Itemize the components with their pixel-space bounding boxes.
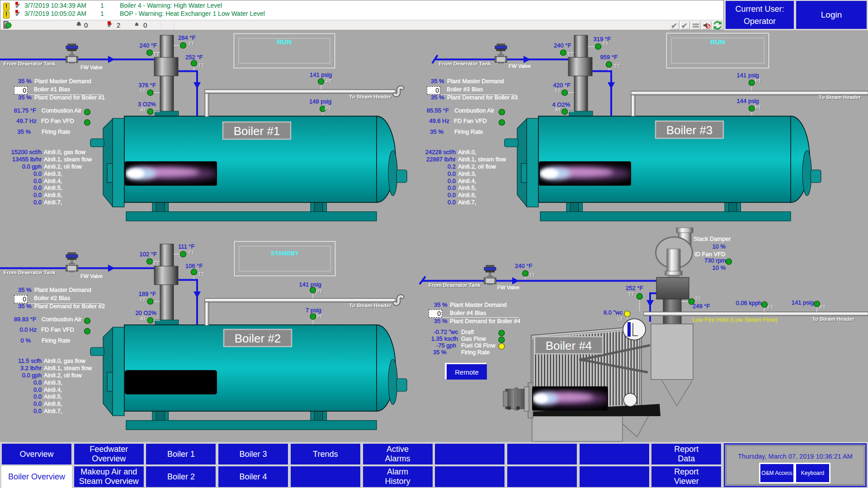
- svg-text:Boiler #3: Boiler #3: [666, 123, 713, 137]
- svg-text:✔: ✔: [671, 22, 677, 30]
- svg-text:0: 0: [143, 21, 147, 29]
- svg-text:0: 0: [84, 21, 88, 29]
- svg-text:Boiler #4: Boiler #4: [546, 339, 592, 352]
- svg-text:2: 2: [117, 21, 120, 29]
- svg-text:..: ..: [686, 25, 689, 30]
- svg-text:Boiler #1: Boiler #1: [234, 124, 280, 138]
- svg-text:Boiler #2: Boiler #2: [235, 332, 281, 345]
